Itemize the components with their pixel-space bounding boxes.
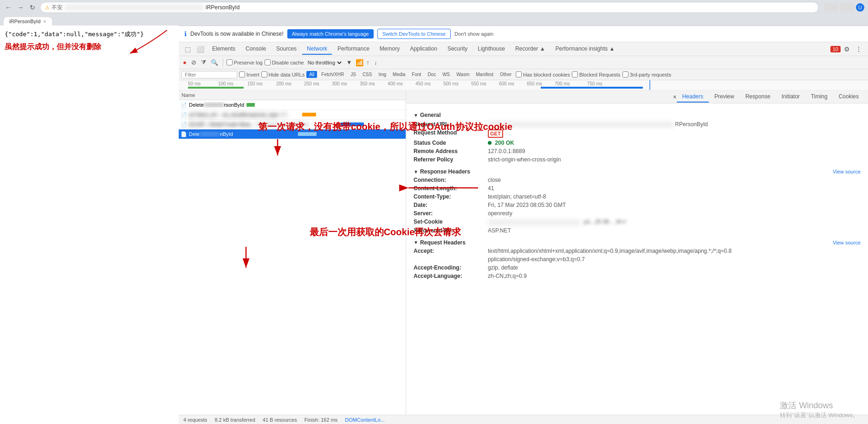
tab-sources[interactable]: Sources	[272, 44, 301, 55]
preserve-log-label[interactable]: Preserve log	[227, 59, 263, 65]
search-button[interactable]: 🔍	[209, 58, 220, 66]
network-row[interactable]: 📄 DeleteXXXXXXrsonById	[179, 100, 406, 110]
tl-500ms: 500 ms	[443, 81, 459, 86]
filter-manifest[interactable]: Manifest	[473, 71, 496, 77]
filter-all-button[interactable]: All	[306, 71, 317, 78]
dont-show-again-button[interactable]: Don't show again	[454, 31, 493, 37]
response-headers-view-source[interactable]: View source	[833, 169, 861, 174]
detail-tab-cookies[interactable]: Cookies	[833, 91, 864, 103]
request-headers-view-source[interactable]: View source	[833, 240, 861, 245]
throttle-select[interactable]: No throttling	[306, 59, 343, 66]
hide-data-urls-label[interactable]: Hide data URLs	[261, 71, 305, 77]
row-icon2: 📄	[180, 111, 188, 118]
blocked-req-label[interactable]: Blocked Requests	[572, 71, 621, 77]
export-button[interactable]: ↓	[373, 58, 379, 66]
hide-data-urls-checkbox[interactable]	[261, 71, 267, 77]
third-party-checkbox[interactable]	[622, 71, 628, 77]
transferred-size: 8.2 kB transferred	[214, 417, 255, 423]
status-code-label: Status Code	[414, 140, 488, 146]
disable-cache-label[interactable]: Disable cache	[265, 59, 304, 65]
switch-chinese-button[interactable]: Switch DevTools to Chinese	[377, 29, 451, 39]
filter-wasm[interactable]: Wasm	[454, 71, 472, 77]
tab-console[interactable]: Console	[241, 44, 271, 55]
tab-recorder[interactable]: Recorder ▲	[511, 44, 550, 55]
tab-security[interactable]: Security	[443, 44, 472, 55]
detail-tab-response[interactable]: Response	[740, 91, 776, 103]
throttle-down-icon[interactable]: ▼	[345, 58, 354, 66]
address-bar[interactable]: ⚠ 不安 iRPersonById	[40, 2, 819, 13]
detail-close-button[interactable]: ×	[673, 93, 676, 101]
tab-close[interactable]: ×	[43, 19, 46, 24]
record-button[interactable]: ●	[181, 58, 188, 66]
network-row[interactable]: 📄 qr?client_id=...nd_ztout&response_type…	[179, 110, 406, 120]
tl-750ms: 750 ms	[587, 81, 602, 86]
dom-content-link[interactable]: DOMContentLo...	[345, 417, 385, 423]
third-party-label[interactable]: 3rd-party requests	[622, 71, 671, 77]
tab-application[interactable]: Application	[405, 44, 442, 55]
detail-tab-timing[interactable]: Timing	[805, 91, 833, 103]
forward-button[interactable]: →	[16, 3, 25, 12]
filter-input[interactable]	[181, 71, 237, 78]
has-blocked-checkbox[interactable]	[516, 71, 522, 77]
back-button[interactable]: ←	[4, 3, 13, 12]
filter-css[interactable]: CSS	[360, 71, 375, 77]
import-button[interactable]: ↑	[365, 58, 371, 66]
clear-button[interactable]: ⊘	[190, 58, 198, 66]
waterfall-cell	[244, 102, 406, 108]
accept-cont-val: pplication/signed-exchange;v=b3;q=0.7	[488, 256, 861, 263]
tl-150ms: 150 ms	[247, 81, 263, 86]
tl-50ms: 50 ms	[188, 81, 201, 86]
devtools-toolbar: ⬚ ⬜ Elements Console Sources Network Per…	[179, 42, 868, 56]
tab-network[interactable]: Network	[302, 44, 332, 55]
filter-doc[interactable]: Doc	[425, 71, 438, 77]
profile-icon[interactable]: U	[856, 3, 864, 12]
filter-other[interactable]: Other	[498, 71, 514, 77]
detail-tab-headers[interactable]: Headers	[677, 91, 709, 103]
request-url-row: Request URL RPersonById	[414, 121, 861, 128]
x-powered-label: X-Powered-By:	[414, 227, 488, 234]
filter-toggle-button[interactable]: ⧩	[200, 58, 207, 67]
reload-button[interactable]: ↻	[28, 3, 37, 12]
invert-text: Invert	[246, 72, 259, 77]
separator1	[223, 59, 223, 66]
has-blocked-label[interactable]: Has blocked cookies	[516, 71, 570, 77]
invert-checkbox[interactable]	[239, 71, 245, 77]
settings-icon[interactable]: ⚙	[842, 45, 852, 54]
browser-tab[interactable]: iRPersonById ×	[4, 17, 52, 26]
invert-label[interactable]: Invert	[239, 71, 259, 77]
tab-lighthouse[interactable]: Lighthouse	[473, 44, 510, 55]
preserve-log-checkbox[interactable]	[227, 59, 233, 65]
blocked-req-checkbox[interactable]	[572, 71, 578, 77]
tab-performance-insights[interactable]: Performance insights ▲	[551, 44, 620, 55]
match-language-button[interactable]: Always match Chrome's language	[287, 29, 374, 39]
request-headers-header: Request Headers	[414, 239, 833, 246]
filter-js[interactable]: JS	[348, 71, 358, 77]
filter-media[interactable]: Media	[390, 71, 408, 77]
more-options-icon[interactable]: ⋮	[853, 45, 864, 54]
tab-performance[interactable]: Performance	[333, 44, 374, 55]
page-content: {"code":1,"data":null,"message":"成功"} 虽然…	[0, 26, 179, 57]
general-title: General	[420, 112, 441, 118]
method-box: GET	[488, 129, 503, 138]
request-headers-section: Request Headers View source	[414, 239, 861, 246]
network-row-selected[interactable]: 📄 DeleXXXXXXnById	[179, 129, 406, 139]
filter-fetch-xhr[interactable]: Fetch/XHR	[319, 71, 346, 77]
remote-address-label: Remote Address	[414, 148, 488, 154]
inspect-icon[interactable]: ⬚	[182, 45, 193, 54]
request-name2: qr?client_id=...nd_ztout&response_type	[189, 112, 279, 117]
address-text: 不安	[52, 4, 63, 12]
filter-font[interactable]: Font	[409, 71, 423, 77]
network-row[interactable]: 📄 E2UAT...OAuth?code=8eat... 55f7f6b4cUd…	[179, 120, 406, 129]
extension-icon2	[840, 3, 854, 12]
detail-tab-initiator[interactable]: Initiator	[776, 91, 805, 103]
detail-tab-preview[interactable]: Preview	[709, 91, 740, 103]
filter-img[interactable]: Img	[376, 71, 389, 77]
tl-green-bar	[188, 87, 244, 89]
disable-cache-checkbox[interactable]	[265, 59, 271, 65]
tab-elements[interactable]: Elements	[207, 44, 240, 55]
tab-memory[interactable]: Memory	[375, 44, 404, 55]
tl-blue-bar	[541, 87, 643, 89]
row-val3: 55f7f6b4cUda&...3yld&e2...	[256, 122, 313, 127]
device-icon[interactable]: ⬜	[194, 45, 207, 54]
filter-ws[interactable]: WS	[440, 71, 452, 77]
